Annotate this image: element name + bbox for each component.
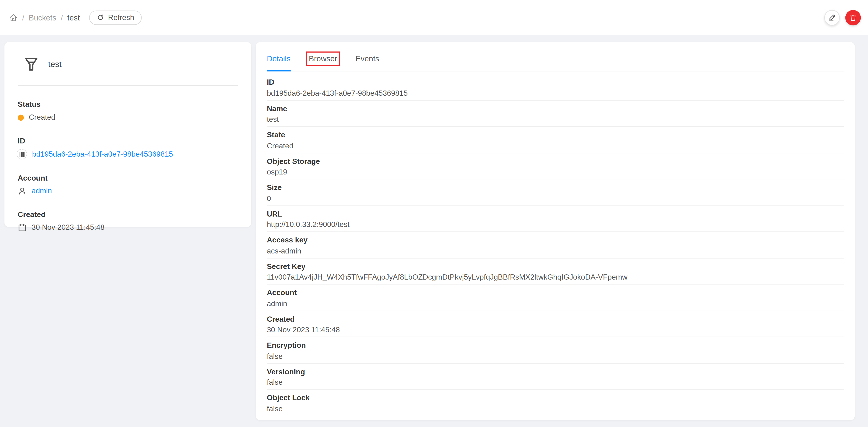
- home-icon[interactable]: [9, 13, 18, 22]
- tab-details[interactable]: Details: [267, 50, 290, 71]
- content-area: test Status Created ID: [0, 35, 868, 427]
- user-icon: [18, 187, 27, 195]
- refresh-button[interactable]: Refresh: [89, 10, 142, 25]
- detail-row-state: State Created: [267, 127, 843, 153]
- delete-button[interactable]: [845, 10, 861, 25]
- reload-icon: [97, 14, 104, 21]
- header-bar: / Buckets / test Refresh: [0, 0, 868, 35]
- status-value: Created: [29, 112, 55, 122]
- detail-row-object-storage: Object Storage osp19: [267, 153, 843, 179]
- detail-row-secret-key: Secret Key 11v007a1Av4jJH_W4Xh5TfwFFAgoJ…: [267, 258, 843, 284]
- resource-title: test: [48, 59, 62, 69]
- header-actions: [824, 10, 861, 25]
- breadcrumb-separator: /: [22, 13, 24, 22]
- tab-browser[interactable]: Browser: [309, 50, 337, 71]
- account-field: Account admin: [4, 173, 251, 196]
- detail-row-object-lock: Object Lock false: [267, 390, 843, 416]
- detail-card: Details Browser Events ID bd195da6-2eba-…: [256, 42, 855, 420]
- account-link[interactable]: admin: [31, 186, 52, 196]
- field-label: Account: [18, 173, 238, 183]
- detail-row-encryption: Encryption false: [267, 337, 843, 364]
- barcode-icon[interactable]: [17, 149, 27, 159]
- resource-info-card: test Status Created ID: [4, 42, 251, 227]
- tab-events[interactable]: Events: [355, 50, 379, 71]
- bucket-funnel-icon: [25, 56, 38, 71]
- breadcrumb-current: test: [67, 13, 80, 22]
- app-root: / Buckets / test Refresh: [0, 0, 868, 427]
- details-list: ID bd195da6-2eba-413f-a0e7-98be45369815 …: [267, 71, 843, 416]
- created-value: 30 Nov 2023 11:45:48: [31, 223, 104, 233]
- breadcrumb: / Buckets / test Refresh: [9, 10, 142, 25]
- edit-button[interactable]: [824, 10, 840, 25]
- detail-row-access-key: Access key acs-admin: [267, 232, 843, 258]
- resource-id-link[interactable]: bd195da6-2eba-413f-a0e7-98be45369815: [32, 149, 173, 159]
- status-dot: [18, 114, 24, 120]
- field-label: Status: [18, 100, 238, 109]
- created-field: Created 30 Nov 2023 11:45:48: [4, 210, 251, 233]
- detail-row-size: Size 0: [267, 179, 843, 206]
- refresh-label: Refresh: [108, 13, 134, 22]
- pencil-icon: [828, 13, 836, 21]
- detail-row-url: URL http://10.0.33.2:9000/test: [267, 206, 843, 232]
- tab-bar: Details Browser Events: [267, 42, 843, 71]
- trash-icon: [849, 13, 857, 21]
- breadcrumb-separator: /: [61, 13, 63, 22]
- detail-row-created: Created 30 Nov 2023 11:45:48: [267, 311, 843, 337]
- field-label: ID: [18, 136, 238, 146]
- calendar-icon: [18, 223, 27, 232]
- detail-row-name: Name test: [267, 100, 843, 127]
- resource-header: test: [4, 42, 251, 71]
- field-label: Created: [18, 210, 238, 219]
- divider: [18, 85, 238, 86]
- id-field: ID bd195da6-2eba-413f-a0e7-98be45369815: [4, 136, 251, 159]
- detail-row-versioning: Versioning false: [267, 364, 843, 390]
- breadcrumb-buckets[interactable]: Buckets: [29, 13, 56, 22]
- status-field: Status Created: [4, 100, 251, 122]
- detail-row-account: Account admin: [267, 284, 843, 311]
- detail-row-id: ID bd195da6-2eba-413f-a0e7-98be45369815: [267, 74, 843, 101]
